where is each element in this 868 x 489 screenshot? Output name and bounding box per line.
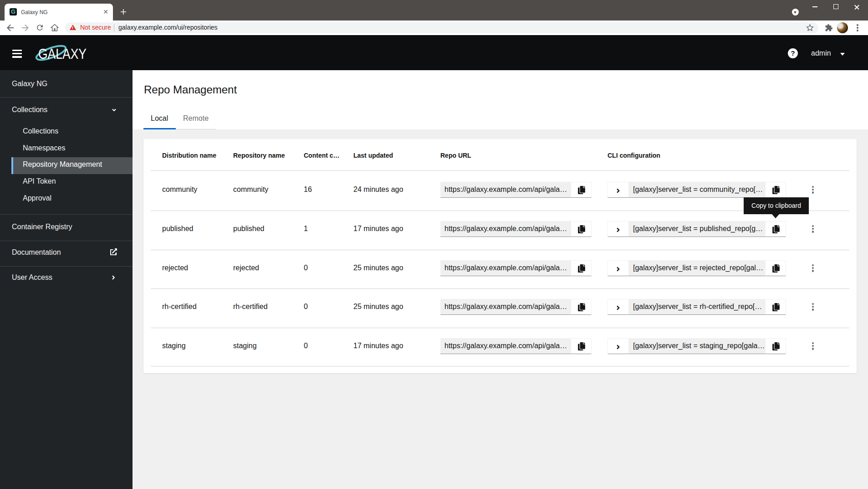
svg-text:GALAXY: GALAXY: [38, 46, 87, 62]
